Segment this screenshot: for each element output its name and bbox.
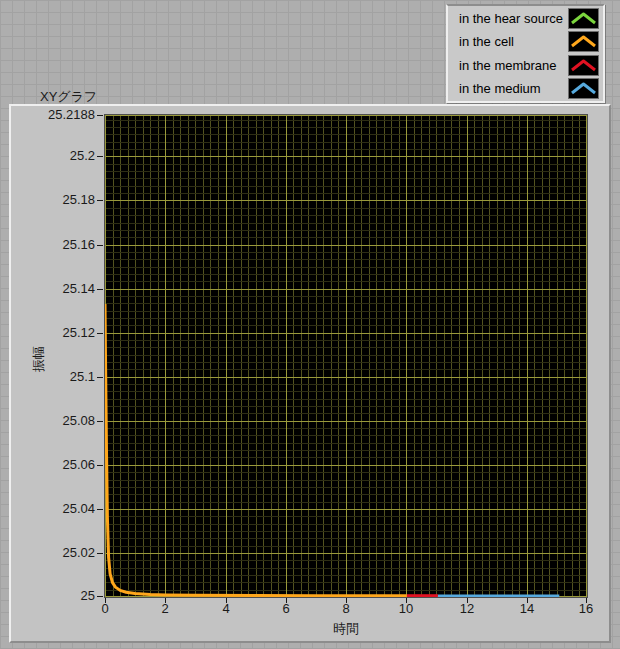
x-tick-mark: [467, 598, 468, 603]
legend-item-cell[interactable]: in the cell: [448, 30, 603, 53]
y-tick-label: 25.2188: [18, 107, 95, 122]
y-tick-mark: [97, 421, 103, 422]
y-tick-mark: [97, 115, 103, 116]
legend-item-membrane[interactable]: in the membrane: [448, 54, 603, 77]
x-tick-mark: [286, 598, 287, 603]
x-tick-mark: [105, 598, 106, 603]
x-tick-label: 10: [381, 601, 431, 616]
legend-plot-swatch[interactable]: [568, 78, 599, 99]
x-tick-label: 2: [140, 601, 190, 616]
x-axis-label: 時間: [296, 620, 396, 638]
x-tick-label: 16: [561, 601, 611, 616]
y-tick-mark: [97, 596, 103, 597]
y-tick-label: 25.12: [18, 325, 95, 340]
x-tick-mark: [165, 598, 166, 603]
front-panel-background: { "graph": { "title": "XYグラフ" }, "legend…: [0, 0, 620, 649]
legend-plot-swatch[interactable]: [568, 31, 599, 52]
legend-plot-swatch[interactable]: [568, 8, 599, 29]
y-tick-mark: [97, 289, 103, 290]
y-tick-label: 25.08: [18, 413, 95, 428]
x-tick-mark: [586, 598, 587, 603]
y-tick-label: 25.02: [18, 545, 95, 560]
legend-item-label: in the hear source: [459, 11, 563, 26]
legend-item-label: in the membrane: [459, 58, 557, 73]
y-tick-label: 25.1: [18, 369, 95, 384]
chevron-line-icon: [569, 79, 598, 98]
x-tick-label: 6: [261, 601, 311, 616]
y-tick-label: 25.06: [18, 457, 95, 472]
x-tick-mark: [346, 598, 347, 603]
legend-item-hear-source[interactable]: in the hear source: [448, 7, 603, 30]
plot-canvas: [105, 115, 587, 597]
x-tick-mark: [406, 598, 407, 603]
y-tick-mark: [97, 156, 103, 157]
y-tick-mark: [97, 553, 103, 554]
y-tick-mark: [97, 377, 103, 378]
legend-item-medium[interactable]: in the medium: [448, 77, 603, 100]
legend-plot-swatch[interactable]: [568, 55, 599, 76]
y-tick-mark: [97, 245, 103, 246]
y-tick-mark: [97, 509, 103, 510]
chevron-line-icon: [569, 56, 598, 75]
x-tick-mark: [226, 598, 227, 603]
chevron-line-icon: [569, 9, 598, 28]
legend-item-label: in the medium: [459, 81, 541, 96]
y-tick-mark: [97, 465, 103, 466]
x-tick-label: 0: [80, 601, 130, 616]
x-tick-label: 14: [502, 601, 552, 616]
x-tick-label: 8: [321, 601, 371, 616]
y-tick-label: 25.16: [18, 237, 95, 252]
plot-legend: in the hear source in the cell in the me…: [446, 4, 605, 103]
y-tick-label: 25.04: [18, 501, 95, 516]
legend-item-label: in the cell: [459, 34, 514, 49]
y-tick-label: 25.18: [18, 192, 95, 207]
x-tick-label: 4: [201, 601, 251, 616]
x-tick-mark: [527, 598, 528, 603]
y-tick-label: 25.2: [18, 148, 95, 163]
plot-area[interactable]: [105, 115, 587, 597]
x-tick-label: 12: [442, 601, 492, 616]
y-tick-mark: [97, 200, 103, 201]
y-tick-label: 25.14: [18, 281, 95, 296]
y-tick-mark: [97, 333, 103, 334]
chevron-line-icon: [569, 32, 598, 51]
